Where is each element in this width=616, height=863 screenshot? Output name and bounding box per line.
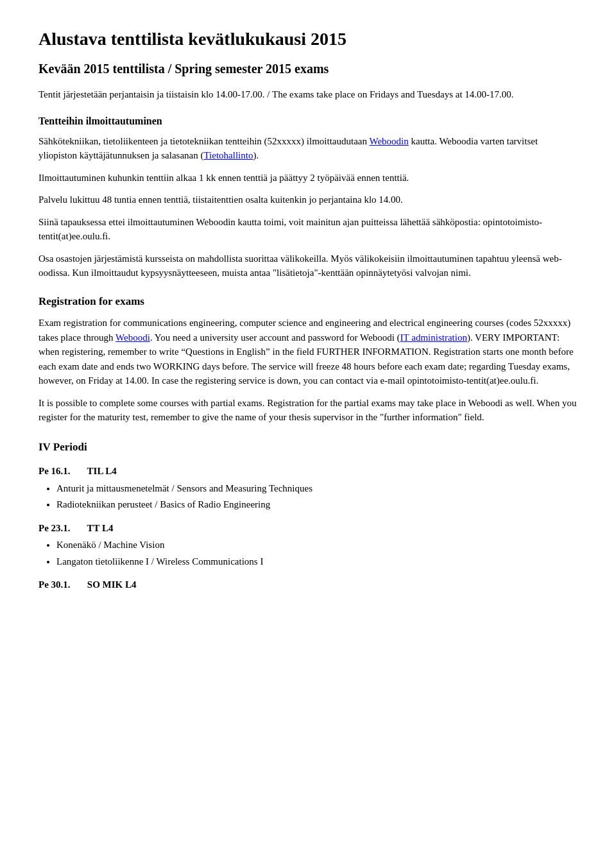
list-item: Radiotekniikan perusteet / Basics of Rad…	[56, 497, 578, 512]
exam-date-2-list: Konenäkö / Machine Vision Langaton tieto…	[56, 538, 578, 568]
page-title: Alustava tenttilista kevätlukukausi 2015	[38, 26, 578, 53]
periodi-heading: IV Periodi	[38, 439, 578, 456]
fi-section-p1: Sähkötekniikan, tietoliikenteen ja tieto…	[38, 134, 578, 163]
exam-date-1-header: Pe 16.1. TIL L4	[38, 464, 578, 479]
it-admin-link[interactable]: IT administration	[400, 332, 467, 343]
list-item: Langaton tietoliikenne I / Wireless Comm…	[56, 554, 578, 569]
exam-date-3-date: Pe 30.1.	[38, 579, 71, 590]
exam-date-1-room: TIL L4	[87, 466, 117, 476]
exam-date-3-room: SO MIK L4	[87, 579, 137, 590]
exam-date-2-room: TT L4	[87, 523, 114, 533]
fi-section-heading: Tentteihin ilmoittautuminen	[38, 114, 578, 129]
exam-date-1-date: Pe 16.1.	[38, 466, 71, 476]
fi-section-p2: Ilmoittautuminen kuhunkin tenttiin alkaa…	[38, 171, 578, 185]
list-item: Konenäkö / Machine Vision	[56, 538, 578, 552]
exam-date-3-header: Pe 30.1. SO MIK L4	[38, 577, 578, 592]
fi-section-p3: Palvelu lukittuu 48 tuntia ennen tenttiä…	[38, 192, 578, 207]
fi-p1-text1: Sähkötekniikan, tietoliikenteen ja tieto…	[38, 136, 369, 146]
tietohallinto-link[interactable]: Tietohallinto	[203, 150, 253, 160]
page-subtitle: Kevään 2015 tenttilista / Spring semeste…	[38, 59, 578, 78]
registration-p1: Exam registration for communications eng…	[38, 316, 578, 388]
reg-p1-text2: . You need a university user account and…	[150, 332, 400, 343]
fi-section-p5: Osa osastojen järjestämistä kursseista o…	[38, 252, 578, 280]
registration-p2: It is possible to complete some courses …	[38, 396, 578, 425]
weboodi-link-fi[interactable]: Weboodin	[369, 136, 408, 146]
exam-date-2-header: Pe 23.1. TT L4	[38, 521, 578, 536]
weboodi-link-en[interactable]: Weboodi	[116, 332, 150, 343]
registration-heading: Registration for exams	[38, 293, 578, 310]
exam-date-2-date: Pe 23.1.	[38, 523, 71, 533]
list-item: Anturit ja mittausmenetelmät / Sensors a…	[56, 481, 578, 496]
exam-date-1-list: Anturit ja mittausmenetelmät / Sensors a…	[56, 481, 578, 512]
fi-p1-text3: ).	[253, 150, 259, 160]
fi-section-p4: Siinä tapauksessa ettei ilmoittautuminen…	[38, 215, 578, 244]
intro-text: Tentit järjestetään perjantaisin ja tiis…	[38, 87, 578, 102]
